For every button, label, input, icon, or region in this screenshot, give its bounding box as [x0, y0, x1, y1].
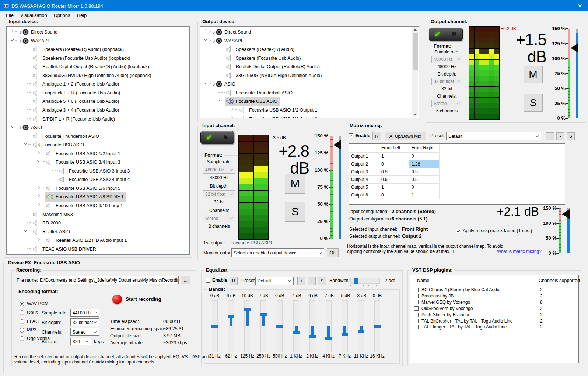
matrix-value-cell[interactable]: 1 — [379, 184, 409, 191]
vst-plugin-checkbox[interactable] — [414, 325, 419, 329]
rec-bit-depth-select[interactable]: 32 bit float — [70, 318, 99, 326]
bit-depth-select[interactable]: 32 bit float — [203, 190, 235, 198]
matrix-help-link[interactable]: What is matrix mixing? — [497, 249, 542, 254]
eq-slider-handle[interactable] — [374, 325, 381, 328]
tree-item[interactable]: Realtek Digital Output (Realtek(R) Audio… — [7, 62, 189, 70]
matrix-value-cell[interactable]: 0 — [409, 153, 440, 160]
chevron-expanded-icon[interactable] — [24, 229, 28, 233]
tree-item[interactable]: ♪WASAPI — [200, 36, 419, 45]
vst-plugin-checkbox[interactable] — [414, 313, 419, 317]
tree-item[interactable]: Focusrite USB ASIO 3/4 Output 3 — [200, 114, 419, 119]
input-channel-enable-toggle[interactable]: ✔ ✖ — [200, 131, 234, 144]
bit-depth-select[interactable]: 32 bit float — [431, 78, 462, 85]
input-mute-button[interactable]: M — [285, 174, 305, 194]
tree-item[interactable]: Focusrite USB ASIO 7/8 SPDIF 1 — [7, 192, 189, 201]
tree-item-content[interactable]: Focusrite Thunderbolt ASIO — [31, 132, 101, 141]
tree-item-content[interactable]: ♪ASIO — [18, 123, 44, 132]
tree-item-content[interactable]: Loopback L + R (Focusrite Usb Audio) — [31, 88, 122, 98]
chevron-collapsed-icon[interactable] — [10, 29, 15, 34]
tree-item[interactable]: ♪Direct Sound — [7, 27, 189, 36]
matrix-value-cell[interactable]: 0 — [379, 160, 409, 168]
tree-item[interactable]: Focusrite USB ASIO — [7, 140, 189, 149]
chevron-expanded-icon[interactable] — [204, 38, 208, 42]
matrix-value-cell[interactable]: 0.5 — [409, 168, 440, 176]
tree-item-content[interactable]: Maschine MK3 — [31, 210, 75, 219]
rec-sample-rate-select[interactable]: 44100 Hz — [70, 309, 99, 317]
chevron-expanded-icon[interactable] — [24, 142, 28, 146]
eq-bandwidth-slider[interactable] — [350, 278, 380, 284]
rec-bit-rate-select[interactable]: 320 — [70, 338, 91, 345]
matrix-preset-remove-button[interactable]: - — [556, 132, 564, 140]
input-solo-button[interactable]: S — [285, 202, 305, 222]
browse-button[interactable]: ... — [181, 276, 190, 284]
maximize-button[interactable] — [554, 0, 571, 11]
tree-item-content[interactable]: ♪Direct Sound — [18, 27, 60, 37]
matrix-value-cell[interactable]: 1 — [379, 153, 409, 160]
tree-item-content[interactable]: Speakers (Focusrite Usb Audio) (loopback… — [31, 53, 132, 63]
tree-item[interactable]: S/PDIF L + R (Focusrite Usb Audio) — [7, 114, 189, 123]
menu-file[interactable]: File — [3, 12, 17, 19]
tree-item[interactable]: Speakers (Realtek(R) Audio) — [200, 45, 419, 53]
tree-item[interactable]: Analogue 5 + 6 (Focusrite Usb Audio) — [7, 97, 189, 105]
scroll-up-icon[interactable] — [412, 27, 418, 32]
format-radio-flac[interactable] — [20, 319, 24, 324]
chevron-collapsed-icon[interactable] — [230, 116, 235, 119]
scrollbar-thumb[interactable] — [413, 33, 418, 70]
matrix-value-cell[interactable]: 0.5 — [409, 176, 440, 184]
tree-item-content[interactable]: RD-2000 — [31, 218, 63, 228]
menu-help[interactable]: Help — [74, 12, 90, 19]
tree-item[interactable]: Focusrite USB ASIO 9/10 Loop 1 — [7, 201, 189, 209]
file-name-input[interactable]: E:\Documents and Settings\_3delite\My Do… — [38, 276, 179, 284]
tree-item-content[interactable]: Focusrite USB ASIO 3/4 Input 3 — [45, 157, 123, 167]
tree-item-content[interactable]: Focusrite USB ASIO 3/4 Output 3 — [238, 114, 320, 119]
tree-item[interactable]: Focusrite USB ASIO 5/6 Input 5 — [7, 184, 189, 192]
eq-slider-handle[interactable] — [358, 330, 364, 333]
matrix-preset-save-button[interactable]: S — [567, 132, 575, 140]
tree-item-content[interactable]: Realtek ASIO 1/2 HD Audio input 1 — [45, 236, 129, 245]
chevron-collapsed-icon[interactable] — [37, 194, 41, 198]
channels-select[interactable]: Stereo — [431, 100, 462, 107]
tree-item-content[interactable]: Speakers (Focusrite Usb Audio) — [225, 53, 303, 63]
chevron-collapsed-icon[interactable] — [37, 185, 41, 190]
menu-visualisation[interactable]: Visualisation — [17, 12, 50, 19]
vst-plugins-list[interactable]: Name Channels supported BC Chorus 4 (Ste… — [410, 275, 579, 363]
eq-reset-button[interactable]: R — [230, 277, 238, 285]
tree-item[interactable]: ♪WASAPI — [7, 36, 189, 45]
eq-preset-save-button[interactable]: S — [318, 277, 326, 285]
tree-item-content[interactable]: Focusrite USB ASIO 9/10 Loop 1 — [45, 201, 125, 210]
tree-item-content[interactable]: Focusrite USB ASIO — [31, 140, 86, 150]
chevron-expanded-icon[interactable] — [204, 81, 208, 86]
matrix-preset-add-button[interactable]: + — [546, 132, 554, 140]
tree-item-content[interactable]: Focusrite USB ASIO 1/2 Output 1 — [238, 105, 320, 115]
format-radio-opus[interactable] — [20, 310, 24, 315]
tree-item-content[interactable]: ♪ASIO — [211, 79, 238, 89]
fader-handle[interactable] — [571, 43, 578, 53]
fader-fill-bar[interactable] — [339, 140, 341, 239]
chevron-expanded-icon[interactable] — [217, 98, 221, 103]
vst-plugin-name[interactable]: OldSkoolVerb by Voxengo — [421, 306, 473, 311]
vst-plugin-checkbox[interactable] — [414, 294, 419, 298]
matrix-volume-fader[interactable]: 150 %100 %50 %0 % — [536, 208, 577, 253]
tree-item[interactable]: TEAC ASIO USB DRIVER — [7, 244, 189, 253]
eq-enable-checkbox[interactable] — [206, 278, 210, 283]
format-radio-ogg-vorbis[interactable] — [20, 336, 24, 341]
tree-item[interactable]: Loopback L + R (Focusrite Usb Audio) — [7, 88, 189, 97]
matrix-enable-checkbox[interactable] — [349, 133, 353, 138]
vst-plugin-name[interactable]: Pitch-Shifter by Braindoc — [421, 312, 470, 317]
tree-item-content[interactable]: Focusrite USB ASIO 5/6 Input 5 — [45, 184, 123, 193]
output-tree-scrollbar[interactable] — [412, 27, 418, 117]
tree-item-content[interactable]: 38GL950G (NVIDIA High Definition Audio) … — [31, 71, 153, 80]
vst-plugin-checkbox[interactable] — [414, 300, 419, 304]
tree-item-content[interactable]: Focusrite USB ASIO 4 Input 4 — [58, 175, 132, 184]
chevron-collapsed-icon[interactable] — [37, 203, 41, 207]
vst-plugin-name[interactable]: TAL BitCrusher - TAL by TAL - Togu Audio… — [421, 318, 512, 324]
tree-item[interactable]: RD-2000 — [7, 218, 189, 227]
eq-band-slider[interactable] — [228, 300, 234, 352]
eq-slider-handle[interactable] — [276, 325, 283, 328]
tree-item[interactable]: Focusrite USB ASIO — [200, 97, 419, 105]
rec-channels-select[interactable]: Stereo — [70, 328, 99, 336]
tree-item[interactable]: Focusrite USB ASIO 1/2 Input 1 — [7, 149, 189, 157]
tree-item[interactable]: Realtek ASIO — [7, 227, 189, 236]
tree-item-content[interactable]: ♪WASAPI — [211, 36, 244, 46]
tree-item-content[interactable]: 38GL950G (NVIDIA High Definition Audio) — [225, 71, 324, 80]
